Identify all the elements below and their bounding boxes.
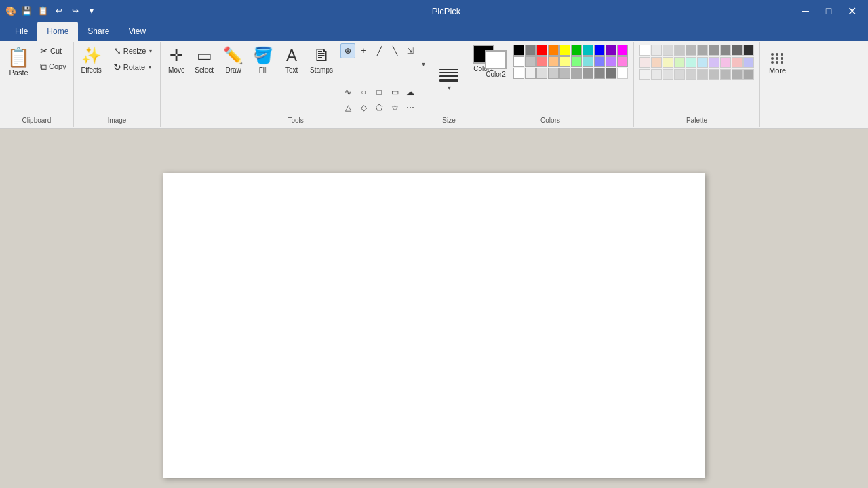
swatch-w1[interactable] [513,68,524,79]
swatch-gray[interactable] [525,45,536,56]
pal-20[interactable] [743,57,754,68]
minimize-button[interactable]: ─ [795,0,816,22]
customize-icon[interactable]: ▾ [85,5,98,17]
pal-2[interactable] [651,45,662,56]
swatch-cyan[interactable] [583,45,593,56]
redo-icon[interactable]: ↪ [69,5,81,17]
swatch-w3[interactable] [536,68,547,79]
pal-6[interactable] [697,45,708,56]
swatch-green[interactable] [571,45,582,56]
swatch-yellow-light[interactable] [559,56,570,67]
resize-arrow[interactable]: ▾ [148,48,153,54]
swatch-silver[interactable] [525,56,536,67]
swatch-cyan-light[interactable] [583,56,593,67]
pal-25[interactable] [686,69,696,80]
pal-29[interactable] [732,69,743,80]
diamond-tool[interactable]: ◇ [356,100,371,115]
more-button[interactable]: More [763,43,792,84]
swatch-orange[interactable] [548,45,559,56]
swatch-w9[interactable] [606,68,616,79]
cloud-tool[interactable]: ☁ [403,85,418,100]
pal-17[interactable] [709,57,719,68]
swatch-w5[interactable] [559,68,570,79]
swatch-red[interactable] [536,45,547,56]
pal-11[interactable] [639,57,650,68]
select-button[interactable]: ▭ Select [191,43,218,84]
color2-box[interactable]: Color2 [485,50,507,79]
swatch-lavender[interactable] [606,56,616,67]
tab-home[interactable]: Home [37,22,78,41]
pal-22[interactable] [651,69,662,80]
pal-9[interactable] [732,45,743,56]
pal-5[interactable] [686,45,696,56]
text-button[interactable]: A Text [279,43,304,84]
swatch-w7[interactable] [583,68,593,79]
swatch-w6[interactable] [571,68,582,79]
stamps-button[interactable]: 🖹 Stamps [306,43,337,84]
fill-button[interactable]: 🪣 Fill [249,43,277,84]
tab-file[interactable]: File [5,22,37,41]
swatch-w8[interactable] [594,68,605,79]
canvas[interactable] [163,173,705,478]
rect-tool[interactable]: □ [372,85,387,100]
clipboard-icon[interactable]: 📋 [37,5,49,17]
swatch-black[interactable] [513,45,524,56]
pal-12[interactable] [651,57,662,68]
tools-expand[interactable]: ▾ [418,43,428,84]
pal-19[interactable] [732,57,743,68]
canvas-area[interactable] [0,129,868,488]
swatch-purple[interactable] [606,45,616,56]
copy-button[interactable]: ⧉ Copy [36,59,71,74]
maximize-button[interactable]: □ [818,0,840,22]
penta-tool[interactable]: ⬠ [372,100,387,115]
pal-3[interactable] [663,45,673,56]
swatch-peach[interactable] [548,56,559,67]
color2-swatch[interactable] [485,50,507,69]
cut-button[interactable]: ✂ Cut [36,43,71,58]
tab-share[interactable]: Share [78,22,119,41]
pal-27[interactable] [709,69,719,80]
effects-button[interactable]: ✨ Effects [77,43,106,84]
move-button[interactable]: ✛ Move [163,43,189,84]
pal-14[interactable] [674,57,685,68]
star-tool[interactable]: ☆ [387,100,402,115]
close-button[interactable]: ✕ [841,0,863,22]
tri-tool[interactable]: △ [340,100,355,115]
swatch-blue[interactable] [594,45,605,56]
pal-8[interactable] [720,45,731,56]
pal-10[interactable] [743,45,754,56]
swatch-w2[interactable] [525,68,536,79]
pal-4[interactable] [674,45,685,56]
undo-icon[interactable]: ↩ [53,5,65,17]
save-icon[interactable]: 💾 [20,5,33,17]
expand-tool[interactable]: ⇲ [403,43,418,58]
size-lines[interactable] [437,67,460,84]
more-shapes[interactable]: ⋯ [403,100,418,115]
swatch-magenta[interactable] [617,45,628,56]
tab-view[interactable]: View [119,22,155,41]
rrect-tool[interactable]: ▭ [387,85,402,100]
ellipse-tool[interactable]: ○ [356,85,371,100]
swatch-green-light[interactable] [571,56,582,67]
plus-tool[interactable]: + [356,43,371,58]
swatch-white[interactable] [513,56,524,67]
swatch-blue-light[interactable] [594,56,605,67]
rotate-arrow[interactable]: ▾ [147,64,153,70]
pal-1[interactable] [639,45,650,56]
pal-28[interactable] [720,69,731,80]
pal-24[interactable] [674,69,685,80]
line-tool[interactable]: ╱ [372,43,387,58]
rotate-button[interactable]: ↻ Rotate ▾ [109,60,158,75]
swatch-pink-light[interactable] [536,56,547,67]
curve-tool[interactable]: ∿ [340,85,355,100]
diag-tool[interactable]: ╲ [387,43,402,58]
swatch-yellow[interactable] [559,45,570,56]
pal-26[interactable] [697,69,708,80]
pal-16[interactable] [697,57,708,68]
swatch-w4[interactable] [548,68,559,79]
pal-30[interactable] [743,69,754,80]
swatch-w10[interactable] [617,68,628,79]
crosshair-tool[interactable]: ⊕ [340,43,355,58]
size-control[interactable]: ▾ [434,64,464,95]
draw-button[interactable]: ✏️ Draw [219,43,248,84]
